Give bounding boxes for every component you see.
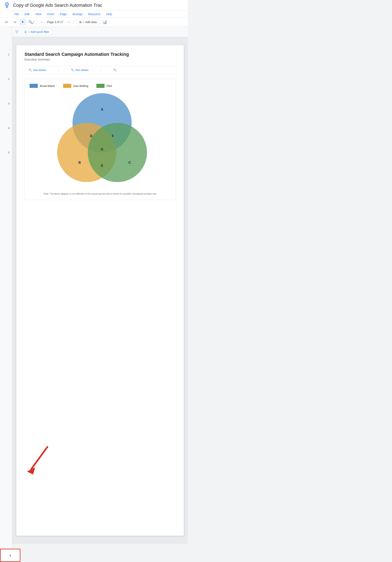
menu-view[interactable]: View [33,12,44,17]
row-num-4: 4 [0,125,12,149]
see-details-label-2: See details [75,69,89,71]
see-details-link-1[interactable]: 🔧 See details [24,69,50,71]
canvas-background: Standard Search Campaign Automation Trac… [12,37,188,544]
legend-rsa: RSA [96,84,112,88]
menu-edit[interactable]: Edit [23,12,32,17]
venn-label-g: G [101,148,103,151]
venn-note: Note: The above diagram is not reflectiv… [30,192,170,195]
expand-arrow-icon: › [9,553,11,558]
menu-help[interactable]: Help [104,12,114,17]
see-details-link-2[interactable]: 🔧 See details [67,69,92,71]
app-logo [3,2,11,9]
toolbar: ↩ ↪ 🔍 ▾ ← Page 3 of 17 → ⊞ + Add data 📊 [0,18,188,27]
venn-diagram-container: Broad Match Auto Bidding RSA [24,79,176,200]
add-data-label: + Add data [83,20,97,24]
legend-auto-bidding: Auto Bidding [63,84,89,88]
add-quick-filter-button[interactable]: ☰ + Add quick filter [21,29,53,35]
wrench-icon-1: 🔧 [29,69,32,71]
legend-label-auto-bidding: Auto Bidding [73,84,89,87]
filter-bar: ▽ ☰ + Add quick filter [12,27,188,37]
redo-button[interactable]: ↪ [11,19,18,25]
menu-file[interactable]: File [12,12,21,17]
filter-icon: ▽ [15,30,18,34]
title-bar: Copy of Google Ads Search Automation Tra… [0,0,188,11]
page-title: Standard Search Campaign Automation Trac… [24,52,176,57]
venn-label-f: F [112,134,114,138]
add-data-button[interactable]: ⊞ + Add data [76,19,100,25]
venn-label-c: C [128,161,131,164]
pointer-icon [21,20,25,24]
main-layout: 1 2 3 4 5 ▽ ☰ + Add quick filter Standar… [0,27,188,548]
venn-svg: A B C D E F G [44,91,156,189]
app-title: Copy of Google Ads Search Automation Tra… [13,3,102,8]
see-details-link-3[interactable]: 🔧 [109,69,121,71]
prev-page-button[interactable]: ← [39,19,45,25]
menu-resource[interactable]: Resource [86,12,102,17]
quick-filter-label: + Add quick filter [28,30,49,34]
chart-icon: 📊 [102,20,107,24]
zoom-button[interactable]: 🔍 ▾ [28,19,34,25]
legend-label-rsa: RSA [107,84,112,87]
venn-label-e: E [101,164,103,167]
row-num-5: 5 [0,149,12,174]
legend-color-rsa [96,84,104,88]
next-page-button[interactable]: → [66,19,71,25]
venn-label-a: A [101,108,103,111]
row-num-1: 1 [0,51,12,76]
see-details-divider-1 [58,68,59,72]
menu-bar: File Edit View Insert Page Arrange Resou… [0,11,188,18]
wrench-icon-2: 🔧 [71,69,74,71]
bottom-nav-panel[interactable]: › [0,549,20,562]
legend-color-broad-match [30,84,38,88]
legend-broad-match: Broad Match [30,84,55,88]
toolbar-separator-1 [37,20,37,24]
page-info: Page 3 of 17 [47,20,63,24]
content-area: ▽ ☰ + Add quick filter Standard Search C… [12,27,188,548]
pointer-tool-button[interactable] [20,19,26,25]
row-num-3: 3 [0,100,12,125]
venn-label-d: D [90,134,92,138]
legend-label-broad-match: Broad Match [40,84,55,87]
chart-button[interactable]: 📊 [101,19,108,25]
menu-arrange[interactable]: Arrange [70,12,85,17]
venn-legend: Broad Match Auto Bidding RSA [30,84,170,88]
legend-color-auto-bidding [63,84,71,88]
menu-page[interactable]: Page [58,12,69,17]
page-canvas: Standard Search Campaign Automation Trac… [16,45,184,536]
filter-lines-icon: ☰ [24,30,27,34]
see-details-divider-2 [101,68,101,72]
add-data-icon: ⊞ [79,20,82,24]
menu-insert[interactable]: Insert [45,12,56,17]
row-numbers-sidebar: 1 2 3 4 5 [0,27,12,548]
wrench-icon-3: 🔧 [113,69,117,71]
svg-point-1 [6,3,8,5]
zoom-icon: 🔍 [28,20,33,24]
row-num-2: 2 [0,76,12,100]
undo-button[interactable]: ↩ [3,19,10,25]
zoom-dropdown-icon: ▾ [33,21,34,23]
see-details-label-1: See details [33,69,46,71]
see-details-row: 🔧 See details 🔧 See details 🔧 [24,66,176,74]
page-subtitle: Executive Summary [24,58,176,61]
venn-diagram: A B C D E F G [30,91,170,189]
svg-point-6 [88,123,147,182]
venn-label-b: B [78,161,81,164]
